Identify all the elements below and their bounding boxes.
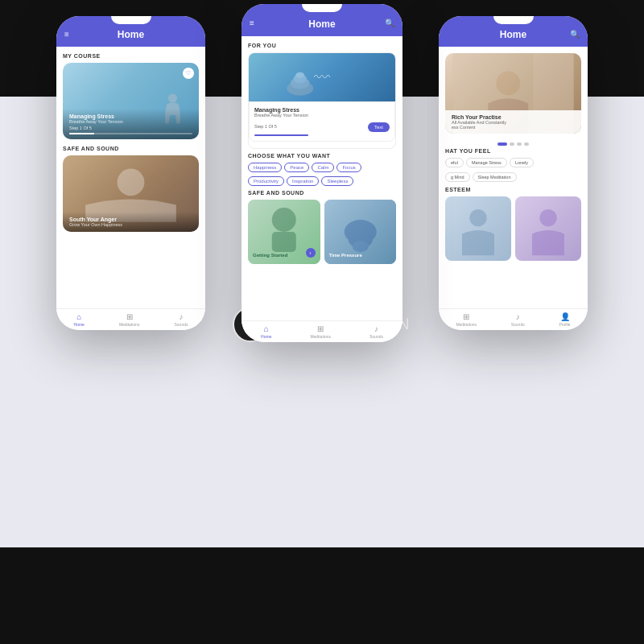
feel-tag-stress[interactable]: Manage Stress [466,158,507,167]
tag-sleepless[interactable]: Sleepless [321,176,353,186]
svg-point-14 [469,209,486,226]
menu-icon[interactable]: ≡ [64,30,69,39]
nav-home-label: Home [74,322,85,327]
svg-rect-7 [272,232,296,252]
c-med-icon: ⊞ [317,324,324,333]
r-med-label: Meditations [456,322,477,327]
right-nav-profile[interactable]: 👤 Profile [559,312,570,327]
feel-tag-lonely[interactable]: Lonely [510,158,534,167]
progress-fill [69,133,94,134]
carousel-card[interactable]: Rich Your Practise All Available And Con… [445,53,581,134]
pressure-label: Time Pressure [329,253,362,258]
dot-4 [524,142,529,146]
arrow-icon[interactable]: › [306,248,316,258]
card-subtitle: Breathe Away Your Tension [69,119,192,124]
svg-point-0 [168,93,177,102]
enrich-overlay: Rich Your Practise All Available And Con… [445,110,581,134]
right-phone: Home 🔍 Rich Your Practise All Available … [439,16,588,330]
c-sound-label: Sounds [369,334,383,339]
r-profile-icon: 👤 [560,312,570,321]
progress-bar [69,133,192,134]
center-phone-content: FOR YOU Managing Stress [242,36,402,338]
sounds-icon: ♪ [179,312,183,321]
my-course-title: MY COURSE [63,53,199,59]
esteem-cards [445,196,581,261]
left-phone-content: MY COURSE ♡ Managing Stress Breathe Away… [56,47,205,324]
home-icon: ⌂ [76,312,81,321]
scene: ≡ Home MY COURSE ♡ Managing Stress Breat… [0,0,644,644]
fy-card-step: Step 1 Of 5 [254,124,277,129]
right-phone-nav: ⊞ Meditations ♪ Sounds 👤 Profile [439,308,588,330]
center-nav-meditations[interactable]: ⊞ Meditations [310,324,331,339]
right-phone-header: Home 🔍 [439,16,588,47]
feel-tag-sleep[interactable]: Sleep Meditation [473,172,517,182]
center-nav-home[interactable]: ⌂ Home [261,324,271,339]
started-label: Getting Started [253,253,287,258]
notch-right [493,16,534,24]
choose-title: CHOOSE WHAT YOU WANT [248,153,396,159]
tag-happiness[interactable]: Happiness [248,163,282,172]
tags-row-2: Productivity Inspration Sleepless [248,176,396,186]
managing-stress-card[interactable]: ♡ Managing Stress Breathe Away Your Tens… [63,63,199,139]
center-menu-icon[interactable]: ≡ [250,19,254,27]
getting-started-card[interactable]: Getting Started › [248,200,320,264]
right-nav-sounds[interactable]: ♪ Sounds [511,312,525,327]
dot-1 [497,142,507,146]
svg-point-6 [272,208,296,232]
anger-overlay: South Your Anger Grow Your Own Happiness [63,212,199,232]
svg-point-5 [295,72,304,78]
fy-card-title: Managing Stress [254,107,390,113]
anger-card[interactable]: South Your Anger Grow Your Own Happiness [63,155,199,232]
enrich-title: Rich Your Practise [452,114,575,120]
r-med-icon: ⊞ [463,312,469,321]
heart-icon[interactable]: ♡ [183,68,194,79]
nav-meditations-label: Meditations [119,322,140,327]
tag-peace[interactable]: Peace [284,163,309,172]
text-button[interactable]: Text [368,122,390,132]
nav-meditations[interactable]: ⊞ Meditations [119,312,140,327]
step-progress [254,134,308,136]
safe-sound-title: SAFE AND SOUND [63,146,199,151]
r-sound-label: Sounds [511,322,525,327]
fy-card-subtitle: Breathe Away Your Tension [254,113,390,118]
nav-sounds-label: Sounds [175,322,188,327]
svg-point-15 [539,209,556,226]
feel-title: HAT YOU FEEL [445,148,581,154]
left-phone-nav: ⌂ Home ⊞ Meditations ♪ Sounds [56,308,205,330]
center-nav-sounds[interactable]: ♪ Sounds [369,324,383,339]
right-search-icon[interactable]: 🔍 [570,30,580,39]
tag-inspiration[interactable]: Inspration [287,176,319,186]
nav-home[interactable]: ⌂ Home [74,312,85,327]
esteem-card-2[interactable] [515,196,581,261]
left-phone-header: ≡ Home [56,16,205,47]
svg-point-13 [496,72,520,96]
c-home-icon: ⌂ [264,324,269,333]
svg-point-10 [352,241,368,252]
time-pressure-card[interactable]: Time Pressure [324,200,397,264]
c-sound-icon: ♪ [374,324,378,333]
nav-sounds[interactable]: ♪ Sounds [175,312,188,327]
slide-dots [445,140,581,148]
tag-calm[interactable]: Calm [312,163,334,172]
left-phone-title: Home [118,29,144,40]
for-you-main-card[interactable]: Managing Stress Breathe Away Your Tensio… [248,52,396,149]
esteem-card-1[interactable] [445,196,511,261]
center-search-icon[interactable]: 🔍 [385,19,394,27]
tag-focus[interactable]: Focus [336,163,361,172]
notch [111,16,151,24]
esteem-title: ESTEEM [445,187,581,192]
dot-3 [517,142,522,146]
tag-productivity[interactable]: Productivity [248,176,284,186]
for-you-card-info: Managing Stress Breathe Away Your Tensio… [249,101,395,142]
right-nav-meditations[interactable]: ⊞ Meditations [456,312,477,327]
notch-center [302,4,342,12]
for-you-title: FOR YOU [248,43,396,48]
feel-tag-mind[interactable]: g Mind [445,172,470,182]
meditations-icon: ⊞ [126,312,133,321]
card-overlay: Managing Stress Breathe Away Your Tensio… [63,109,199,139]
anger-title: South Your Anger [69,217,192,222]
c-med-label: Meditations [310,334,331,339]
tags-row-1: Happiness Peace Calm Focus [248,163,396,172]
feel-tag-grateful[interactable]: eful [445,158,464,167]
anger-subtitle: Grow Your Own Happiness [69,222,192,227]
